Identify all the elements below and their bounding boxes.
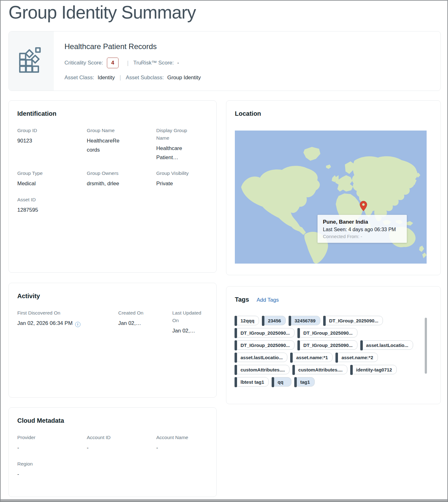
tag-label: 12qqq	[241, 318, 254, 323]
tag-chip[interactable]: customAttributes....	[293, 365, 347, 374]
tag-chip[interactable]: asset.name:*2	[336, 353, 378, 362]
field-value: HealthcareRecords	[87, 137, 121, 154]
field: Group ID 90123	[17, 127, 87, 146]
field: Provider -	[17, 434, 87, 453]
tag-label: DT_IGroup_2025090...	[303, 330, 353, 336]
asset-subclass-label: Asset Subclass:	[126, 75, 164, 81]
activity-panel: Activity First Discovered On Jan 02, 202…	[8, 283, 217, 398]
tag-chip[interactable]: lbtest tag1	[235, 377, 269, 387]
tag-chip[interactable]: DT_IGroup_2025090...	[235, 340, 295, 350]
cloud-metadata-panel: Cloud Metadata Provider - Account ID - A…	[8, 407, 217, 497]
asset-subclass-value: Group Identity	[167, 75, 201, 81]
field: Region -	[17, 460, 87, 479]
field-value: 90123	[17, 137, 51, 146]
tag-label: asset.name:*1	[296, 355, 328, 360]
field-label: Group Owners	[87, 170, 128, 177]
field-value: drsmith, drlee	[87, 179, 121, 188]
tooltip-last-seen: Last Seen: 4 days ago 06:33 PM	[323, 227, 401, 232]
separator: |	[119, 74, 121, 81]
tag-chip[interactable]: 32456789	[289, 316, 320, 325]
field-label: Display Group Name	[156, 127, 198, 142]
trurisk-score-label: TruRisk™ Score:	[133, 60, 174, 66]
tags-scrollbar-thumb[interactable]	[425, 318, 427, 374]
field-value: Medical	[17, 179, 51, 188]
asset-class-value: Identity	[97, 75, 115, 81]
map-tooltip: Pune, Baner India Last Seen: 4 days ago …	[318, 215, 407, 243]
horizontal-scrollbar[interactable]	[1, 499, 447, 501]
world-map: Pune, Baner India Last Seen: 4 days ago …	[235, 131, 427, 264]
field-value: -	[87, 443, 156, 453]
identification-fields: Group ID 90123 Group Name HealthcareReco…	[17, 127, 208, 215]
tag-chip[interactable]: DT_IGroup_2025090...	[298, 328, 357, 337]
field: Asset ID 1287595	[17, 196, 87, 215]
tag-label: 23456	[268, 318, 281, 323]
field-value: Healthcare Patient…	[156, 144, 190, 162]
field-value: Jan 02,…	[172, 326, 208, 336]
field: Account Name -	[156, 434, 208, 453]
asset-summary-card: Healthcare Patient Records Criticality S…	[8, 31, 441, 91]
field-value: -	[17, 443, 87, 453]
tag-chip[interactable]: 23456	[262, 316, 286, 325]
tag-label: DT_IGroup_2025090...	[241, 343, 290, 348]
panel-title: Tags	[235, 296, 249, 303]
field-label: Last Updated On	[172, 309, 208, 324]
activity-fields: First Discovered On Jan 02, 2026 06:34 P…	[17, 309, 208, 336]
field-label: Group Visibility	[156, 170, 198, 177]
tag-chip[interactable]: identity-tag0712	[351, 365, 397, 374]
tag-label: tag1	[300, 379, 310, 385]
tag-label: DT_IGroup_2025090...	[303, 343, 353, 348]
world-map-image	[235, 131, 427, 264]
asset-name: Healthcare Patient Records	[64, 42, 201, 51]
tag-chip[interactable]: asset.lastLocatio...	[361, 340, 413, 350]
field: Group Name HealthcareRecords	[87, 127, 156, 154]
tag-chip[interactable]: customAttributes....	[235, 365, 290, 374]
field-label: Region	[17, 460, 59, 468]
tag-chip[interactable]: qq	[272, 377, 291, 387]
field-label: Asset ID	[17, 196, 59, 204]
tag-label: asset.lastLocatio...	[241, 355, 283, 360]
tag-label: asset.name:*2	[341, 355, 373, 360]
tag-chip[interactable]: DT_IGroup_2025090...	[324, 316, 383, 325]
asset-class-label: Asset Class:	[64, 75, 94, 81]
tag-chip[interactable]: DT_IGroup_2025090...	[235, 328, 295, 337]
criticality-score-label: Criticality Score:	[64, 60, 103, 66]
field-label: Group Name	[87, 127, 128, 134]
tag-label: customAttributes....	[298, 367, 343, 372]
field-value: -	[156, 443, 208, 453]
field-label: Account Name	[156, 434, 198, 441]
field-label: First Discovered On	[17, 309, 118, 317]
field: Group Owners drsmith, drlee	[87, 170, 156, 188]
tag-label: asset.lastLocatio...	[366, 343, 408, 348]
tag-chip[interactable]: tag1	[295, 377, 315, 387]
tag-label: qq	[278, 379, 283, 385]
tooltip-connected-from: Connected From: -	[323, 234, 401, 239]
field-value: -	[17, 470, 87, 479]
tag-label: DT_IGroup_2025090...	[329, 318, 379, 323]
location-panel: Location	[226, 100, 441, 275]
panel-title: Cloud Metadata	[17, 417, 208, 424]
tag-chip[interactable]: asset.name:*1	[290, 353, 333, 362]
tag-label: DT_IGroup_2025090...	[241, 330, 290, 336]
panel-title: Identification	[17, 110, 208, 117]
tag-label: identity-tag0712	[356, 367, 392, 372]
tag-chip-list: 12qqq 23456 32456789 DT_IGroup_2025090..…	[235, 316, 417, 387]
field: Created On Jan 02,…	[118, 309, 172, 328]
panel-title: Location	[235, 110, 432, 117]
tag-label: 32456789	[295, 318, 316, 323]
tag-label: lbtest tag1	[241, 379, 264, 385]
info-icon[interactable]: i	[75, 322, 80, 327]
add-tags-link[interactable]: Add Tags	[257, 297, 279, 303]
cloud-metadata-fields: Provider - Account ID - Account Name - R…	[17, 434, 208, 479]
map-pin-icon[interactable]	[358, 200, 369, 212]
tag-chip[interactable]: DT_IGroup_2025090...	[298, 340, 357, 350]
separator: |	[127, 60, 129, 66]
field-value: Jan 02,…	[118, 319, 172, 328]
tag-chip[interactable]: asset.lastLocatio...	[235, 353, 287, 362]
asset-group-icon	[18, 47, 45, 75]
tags-panel: Tags Add Tags 12qqq 23456 32456789 DT_IG…	[226, 286, 441, 404]
field-value: Private	[156, 179, 190, 188]
field-label: Created On	[118, 309, 172, 317]
field: Display Group Name Healthcare Patient…	[156, 127, 208, 162]
field: Group Type Medical	[17, 170, 87, 188]
tag-chip[interactable]: 12qqq	[235, 316, 259, 325]
